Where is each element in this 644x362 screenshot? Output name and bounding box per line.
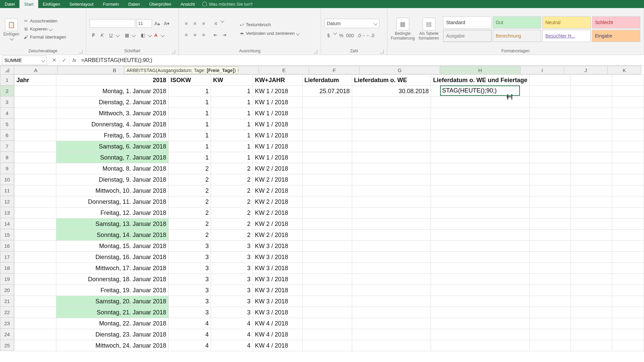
row-header-3[interactable]: 3 — [0, 97, 14, 108]
cell-C8[interactable]: 1 — [168, 152, 211, 163]
spreadsheet-grid[interactable]: ABCDEFGHIJK 1234567891011121314151617181… — [0, 66, 644, 351]
tab-start[interactable]: Start — [19, 0, 38, 8]
cell-I6[interactable] — [530, 130, 571, 141]
row-header-7[interactable]: 7 — [0, 141, 14, 152]
cell-K23[interactable] — [612, 318, 644, 329]
cell-F25[interactable] — [302, 340, 352, 351]
cell-D18[interactable]: 3 — [211, 263, 253, 274]
cell-F9[interactable] — [302, 163, 352, 174]
cell-I5[interactable] — [530, 119, 571, 130]
cell-B6[interactable]: Freitag, 5. Januar 2018 — [56, 130, 168, 141]
cell-J2[interactable] — [571, 86, 612, 97]
tab-datei[interactable]: Datei — [0, 0, 19, 8]
cell-J9[interactable] — [571, 163, 612, 174]
cell-G24[interactable] — [352, 329, 431, 340]
orientation-button[interactable]: ⤭ — [212, 19, 220, 27]
align-top-button[interactable]: ≡ — [182, 19, 190, 27]
cell-I3[interactable] — [530, 97, 571, 108]
cell-I21[interactable] — [530, 296, 571, 307]
column-header-G[interactable]: G — [360, 66, 440, 74]
cell-D14[interactable]: 2 — [211, 219, 253, 230]
cell-E11[interactable]: KW 2 / 2018 — [253, 185, 302, 196]
cell-D17[interactable]: 3 — [211, 252, 253, 263]
cell-J24[interactable] — [571, 329, 612, 340]
cell-F2[interactable]: 25.07.2018 — [302, 86, 352, 97]
cell-J3[interactable] — [571, 97, 612, 108]
cell-E16[interactable]: KW 3 / 2018 — [253, 241, 302, 252]
cell-J19[interactable] — [571, 274, 612, 285]
cell-B11[interactable]: Mittwoch, 10. Januar 2018 — [56, 185, 168, 196]
cell-F23[interactable] — [302, 318, 352, 329]
style-besuchter-link[interactable]: Besuchter H... — [542, 30, 591, 42]
cell-K3[interactable] — [612, 97, 644, 108]
conditional-formatting-button[interactable]: ▦ Bedingte Formatierung — [391, 18, 415, 41]
cell-J17[interactable] — [571, 252, 612, 263]
fx-icon[interactable]: fx — [69, 56, 79, 65]
align-center-button[interactable]: ≡ — [191, 31, 199, 39]
cell-E5[interactable]: KW 1 / 2018 — [253, 119, 302, 130]
cell-A16[interactable] — [14, 241, 56, 252]
cell-E19[interactable]: KW 3 / 2018 — [253, 274, 302, 285]
cell-K14[interactable] — [612, 219, 644, 230]
cell-B3[interactable]: Dienstag, 2. Januar 2018 — [56, 97, 168, 108]
cell-B13[interactable]: Freitag, 12. Januar 2018 — [56, 207, 168, 219]
align-middle-button[interactable]: ≡ — [191, 19, 199, 27]
row-header-16[interactable]: 16 — [0, 240, 14, 251]
cell-E9[interactable]: KW 2 / 2018 — [253, 163, 302, 174]
launcher-icon[interactable] — [79, 50, 83, 53]
cell-C17[interactable]: 3 — [168, 252, 211, 263]
merge-center-button[interactable]: ⬌ Verbinden und zentrieren — [239, 31, 299, 36]
cell-E12[interactable]: KW 2 / 2018 — [253, 196, 302, 207]
cell-H2-editing[interactable]: STAG(HEUTE();90;) — [440, 85, 520, 96]
cell-H21[interactable] — [431, 296, 530, 307]
cell-E23[interactable]: KW 4 / 2018 — [253, 318, 302, 329]
cell-F24[interactable] — [302, 329, 352, 340]
tell-me-search[interactable]: Was möchten Sie tun? — [200, 0, 253, 8]
cell-C25[interactable]: 4 — [168, 340, 211, 351]
cell-F11[interactable] — [302, 185, 352, 196]
cell-A4[interactable] — [14, 108, 56, 119]
cell-A11[interactable] — [14, 185, 56, 196]
cell-K10[interactable] — [612, 174, 644, 185]
cell-H9[interactable] — [431, 163, 530, 174]
cell-D25[interactable]: 4 — [211, 340, 253, 351]
cell-B17[interactable]: Dienstag, 16. Januar 2018 — [56, 252, 168, 263]
cell-H3[interactable] — [431, 97, 530, 108]
cell-C21[interactable]: 3 — [168, 296, 211, 307]
cell-C23[interactable]: 4 — [168, 318, 211, 329]
cell-A10[interactable] — [14, 174, 56, 185]
increase-decimal-button[interactable]: .0→ — [357, 32, 365, 40]
cell-G2[interactable]: 30.08.2018 — [352, 86, 431, 97]
number-format-combo[interactable]: Datum — [324, 19, 379, 28]
cell-E21[interactable]: KW 3 / 2018 — [253, 296, 302, 307]
column-header-H[interactable]: H — [440, 66, 521, 74]
cell-H24[interactable] — [431, 329, 530, 340]
cell-G15[interactable] — [352, 230, 431, 241]
cell-I4[interactable] — [530, 108, 571, 119]
cell-B14[interactable]: Samstag, 13. Januar 2018 — [56, 219, 168, 230]
launcher-icon[interactable] — [172, 50, 175, 53]
cell-G8[interactable] — [352, 152, 431, 163]
cell-B5[interactable]: Donnerstag, 4. Januar 2018 — [56, 119, 168, 130]
cell-F22[interactable] — [302, 307, 352, 318]
cell-B22[interactable]: Sonntag, 21. Januar 2018 — [56, 307, 168, 318]
row-header-2[interactable]: 2 — [0, 85, 14, 97]
tab-formeln[interactable]: Formeln — [98, 0, 124, 8]
tab-ansicht[interactable]: Ansicht — [176, 0, 200, 8]
style-neutral[interactable]: Neutral — [542, 16, 591, 28]
cell-K15[interactable] — [612, 230, 644, 241]
column-header-A[interactable]: A — [14, 66, 58, 74]
cell-A12[interactable] — [14, 196, 56, 207]
cell-B16[interactable]: Montag, 15. Januar 2018 — [56, 241, 168, 252]
cell-A23[interactable] — [14, 318, 56, 329]
align-bottom-button[interactable]: ≡ — [200, 19, 208, 27]
cell-I17[interactable] — [530, 252, 571, 263]
accept-formula-button[interactable]: ✓ — [59, 56, 69, 65]
cell-D3[interactable]: 1 — [211, 97, 253, 108]
cell-H23[interactable] — [431, 318, 530, 329]
select-all-corner[interactable] — [0, 66, 14, 74]
cell-D6[interactable]: 1 — [211, 130, 253, 141]
cell-K19[interactable] — [612, 274, 644, 285]
cell-K11[interactable] — [612, 185, 644, 196]
cell-A17[interactable] — [14, 252, 56, 263]
